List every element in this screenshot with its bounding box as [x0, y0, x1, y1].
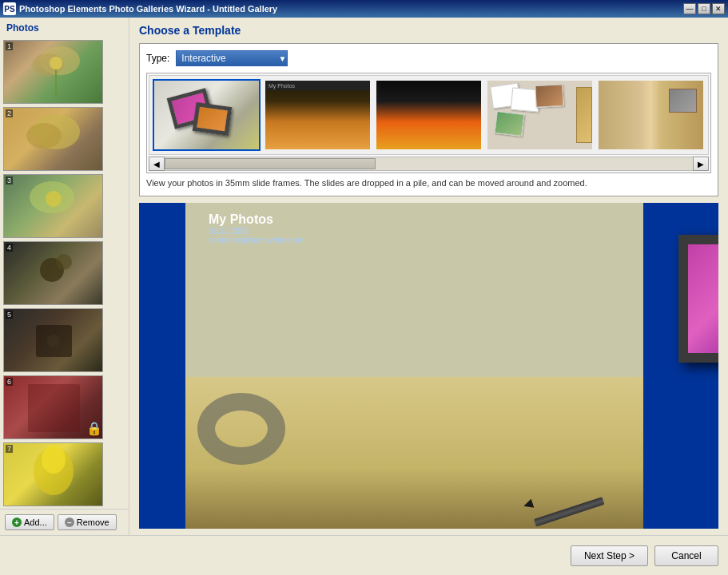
photo-thumb: 5 [3, 308, 103, 372]
preview-area: My Photos 06.12.2005 someone@somewhere.n… [139, 203, 718, 529]
add-icon: + [12, 518, 22, 527]
list-item[interactable]: 6 🔒 [3, 375, 125, 439]
list-item[interactable]: 2 [3, 107, 125, 171]
photo-thumb: 6 🔒 [3, 375, 103, 439]
photo-thumb: 1 [3, 40, 103, 104]
left-panel-footer: + Add... – Remove [0, 509, 129, 535]
pen-decoration [534, 497, 605, 526]
preview-info: My Photos 06.12.2005 someone@somewhere.n… [209, 212, 304, 244]
type-select[interactable]: Interactive Slideshow Flash [176, 50, 288, 66]
cancel-button[interactable]: Cancel [654, 545, 718, 566]
photo-thumb: 2 [3, 107, 103, 171]
svg-point-11 [47, 335, 60, 347]
panel-title: Choose a Template [139, 24, 718, 37]
preview-title: My Photos [209, 212, 304, 227]
photo-number: 7 [6, 445, 13, 453]
list-item[interactable]: 3 [3, 174, 125, 238]
svg-point-7 [46, 191, 62, 207]
remove-button[interactable]: – Remove [58, 514, 117, 530]
templates-scrollbar[interactable] [165, 157, 693, 171]
next-step-button[interactable]: Next Step > [571, 545, 648, 566]
photo-number: 6 [6, 378, 13, 386]
slide-frame-front [678, 235, 718, 363]
photos-header: Photos [0, 18, 129, 38]
content-area: Photos 1 [0, 18, 728, 535]
photo-number: 1 [6, 42, 13, 50]
templates-prev-button[interactable]: ◀ [149, 157, 165, 171]
photo-thumb: 3 [3, 174, 103, 238]
list-item[interactable]: 5 [3, 308, 125, 372]
lock-icon: 🔒 [86, 421, 99, 435]
photos-list[interactable]: 1 2 [0, 38, 129, 509]
templates-grid: My Photos [149, 75, 709, 155]
preview-date: 06.12.2005 [209, 227, 304, 236]
right-panel: Choose a Template Type: Interactive Slid… [129, 18, 728, 535]
title-bar-text: Photoshop Elements Photo Galleries Wizar… [19, 4, 277, 14]
template-item[interactable] [486, 79, 594, 151]
bottom-bar: Next Step > Cancel [0, 535, 728, 575]
type-row: Type: Interactive Slideshow Flash ▼ [146, 50, 711, 66]
add-button[interactable]: + Add... [5, 514, 54, 530]
preview-bottom-decoration [185, 377, 643, 529]
title-bar-controls: — □ ✕ [683, 3, 725, 14]
template-item[interactable] [597, 79, 705, 151]
photo-number: 2 [6, 109, 13, 117]
svg-point-9 [56, 254, 72, 270]
svg-point-5 [26, 123, 62, 149]
photo-number: 5 [6, 311, 13, 319]
svg-rect-12 [28, 384, 80, 432]
list-item[interactable]: 7 [3, 442, 125, 506]
template-item[interactable] [153, 79, 261, 151]
type-select-wrapper: Interactive Slideshow Flash ▼ [176, 50, 288, 66]
scrollbar-thumb [165, 158, 376, 169]
templates-container: My Photos [146, 73, 711, 173]
photo-thumb: 4 [3, 241, 103, 305]
svg-point-14 [42, 445, 66, 474]
title-bar: PS Photoshop Elements Photo Galleries Wi… [0, 0, 728, 18]
template-item[interactable]: My Photos [264, 79, 372, 151]
pen-tip [522, 498, 534, 510]
templates-next-button[interactable]: ▶ [693, 157, 709, 171]
preview-email: someone@somewhere.net [209, 236, 304, 244]
minimize-button[interactable]: — [683, 3, 696, 14]
close-button[interactable]: ✕ [712, 3, 725, 14]
list-item[interactable]: 4 [3, 241, 125, 305]
remove-icon: – [65, 518, 74, 527]
maximize-button[interactable]: □ [698, 3, 710, 14]
photo-thumb: 7 [3, 442, 103, 506]
photo-number: 3 [6, 176, 13, 184]
app-icon: PS [3, 2, 16, 15]
main-window: Photos 1 [0, 18, 728, 575]
preview-content: My Photos 06.12.2005 someone@somewhere.n… [139, 203, 718, 529]
photo-number: 4 [6, 244, 13, 252]
template-chooser: Type: Interactive Slideshow Flash ▼ [139, 43, 718, 196]
type-label: Type: [146, 53, 169, 64]
templates-nav: ◀ ▶ [149, 157, 709, 171]
list-item[interactable]: 1 [3, 40, 125, 104]
title-bar-left: PS Photoshop Elements Photo Galleries Wi… [3, 2, 277, 15]
svg-point-2 [50, 57, 62, 69]
template-description: View your photos in 35mm slide frames. T… [146, 176, 711, 189]
tape-roll [197, 393, 285, 465]
template-item[interactable] [375, 79, 483, 151]
left-panel: Photos 1 [0, 18, 129, 535]
